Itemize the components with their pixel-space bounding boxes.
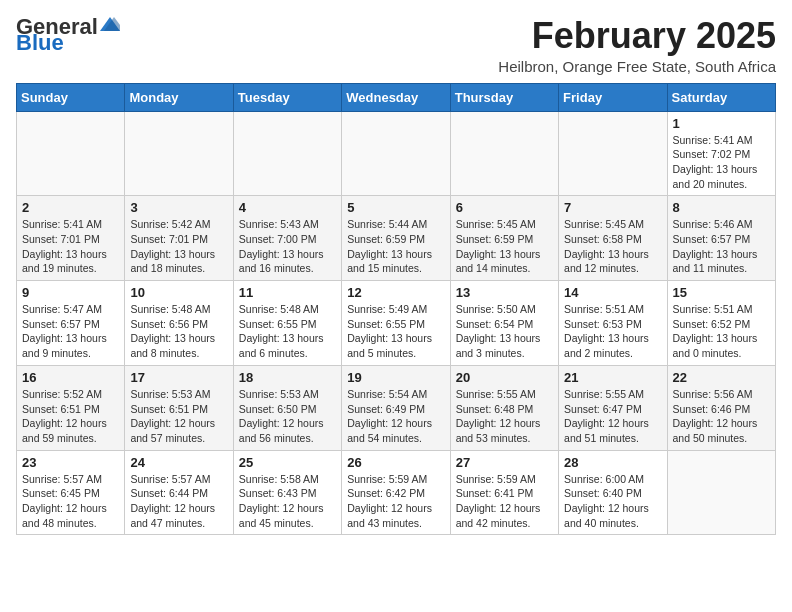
day-number: 16	[22, 370, 119, 385]
calendar-cell: 5Sunrise: 5:44 AM Sunset: 6:59 PM Daylig…	[342, 196, 450, 281]
day-number: 9	[22, 285, 119, 300]
day-number: 12	[347, 285, 444, 300]
day-info: Sunrise: 5:52 AM Sunset: 6:51 PM Dayligh…	[22, 387, 119, 446]
weekday-header-monday: Monday	[125, 83, 233, 111]
calendar-week-row: 23Sunrise: 5:57 AM Sunset: 6:45 PM Dayli…	[17, 450, 776, 535]
calendar-cell: 14Sunrise: 5:51 AM Sunset: 6:53 PM Dayli…	[559, 281, 667, 366]
weekday-header-sunday: Sunday	[17, 83, 125, 111]
calendar-cell: 22Sunrise: 5:56 AM Sunset: 6:46 PM Dayli…	[667, 365, 775, 450]
day-number: 22	[673, 370, 770, 385]
day-number: 7	[564, 200, 661, 215]
calendar-cell: 13Sunrise: 5:50 AM Sunset: 6:54 PM Dayli…	[450, 281, 558, 366]
calendar-cell: 24Sunrise: 5:57 AM Sunset: 6:44 PM Dayli…	[125, 450, 233, 535]
title-block: February 2025 Heilbron, Orange Free Stat…	[498, 16, 776, 75]
day-info: Sunrise: 5:53 AM Sunset: 6:51 PM Dayligh…	[130, 387, 227, 446]
day-number: 20	[456, 370, 553, 385]
weekday-header-saturday: Saturday	[667, 83, 775, 111]
calendar-cell	[559, 111, 667, 196]
location-text: Heilbron, Orange Free State, South Afric…	[498, 58, 776, 75]
weekday-header-friday: Friday	[559, 83, 667, 111]
calendar-week-row: 9Sunrise: 5:47 AM Sunset: 6:57 PM Daylig…	[17, 281, 776, 366]
month-title: February 2025	[498, 16, 776, 56]
day-info: Sunrise: 5:53 AM Sunset: 6:50 PM Dayligh…	[239, 387, 336, 446]
day-info: Sunrise: 5:44 AM Sunset: 6:59 PM Dayligh…	[347, 217, 444, 276]
calendar-cell	[125, 111, 233, 196]
day-number: 17	[130, 370, 227, 385]
day-number: 8	[673, 200, 770, 215]
day-info: Sunrise: 5:55 AM Sunset: 6:48 PM Dayligh…	[456, 387, 553, 446]
logo-blue-text: Blue	[16, 32, 64, 54]
day-number: 5	[347, 200, 444, 215]
calendar-week-row: 1Sunrise: 5:41 AM Sunset: 7:02 PM Daylig…	[17, 111, 776, 196]
calendar-cell: 25Sunrise: 5:58 AM Sunset: 6:43 PM Dayli…	[233, 450, 341, 535]
calendar-cell: 21Sunrise: 5:55 AM Sunset: 6:47 PM Dayli…	[559, 365, 667, 450]
calendar-table: SundayMondayTuesdayWednesdayThursdayFrid…	[16, 83, 776, 536]
calendar-cell: 28Sunrise: 6:00 AM Sunset: 6:40 PM Dayli…	[559, 450, 667, 535]
day-number: 19	[347, 370, 444, 385]
day-number: 3	[130, 200, 227, 215]
logo: General Blue	[16, 16, 120, 54]
calendar-cell: 12Sunrise: 5:49 AM Sunset: 6:55 PM Dayli…	[342, 281, 450, 366]
calendar-cell: 26Sunrise: 5:59 AM Sunset: 6:42 PM Dayli…	[342, 450, 450, 535]
calendar-cell: 2Sunrise: 5:41 AM Sunset: 7:01 PM Daylig…	[17, 196, 125, 281]
weekday-header-row: SundayMondayTuesdayWednesdayThursdayFrid…	[17, 83, 776, 111]
day-number: 15	[673, 285, 770, 300]
day-number: 6	[456, 200, 553, 215]
page-header: General Blue February 2025 Heilbron, Ora…	[16, 16, 776, 75]
day-number: 4	[239, 200, 336, 215]
calendar-week-row: 2Sunrise: 5:41 AM Sunset: 7:01 PM Daylig…	[17, 196, 776, 281]
day-info: Sunrise: 6:00 AM Sunset: 6:40 PM Dayligh…	[564, 472, 661, 531]
day-number: 27	[456, 455, 553, 470]
calendar-cell: 16Sunrise: 5:52 AM Sunset: 6:51 PM Dayli…	[17, 365, 125, 450]
day-info: Sunrise: 5:47 AM Sunset: 6:57 PM Dayligh…	[22, 302, 119, 361]
day-number: 13	[456, 285, 553, 300]
day-info: Sunrise: 5:56 AM Sunset: 6:46 PM Dayligh…	[673, 387, 770, 446]
calendar-cell: 11Sunrise: 5:48 AM Sunset: 6:55 PM Dayli…	[233, 281, 341, 366]
day-info: Sunrise: 5:55 AM Sunset: 6:47 PM Dayligh…	[564, 387, 661, 446]
logo-icon	[100, 17, 120, 33]
day-info: Sunrise: 5:57 AM Sunset: 6:45 PM Dayligh…	[22, 472, 119, 531]
day-info: Sunrise: 5:41 AM Sunset: 7:02 PM Dayligh…	[673, 133, 770, 192]
day-info: Sunrise: 5:59 AM Sunset: 6:42 PM Dayligh…	[347, 472, 444, 531]
day-info: Sunrise: 5:57 AM Sunset: 6:44 PM Dayligh…	[130, 472, 227, 531]
day-number: 1	[673, 116, 770, 131]
calendar-cell: 19Sunrise: 5:54 AM Sunset: 6:49 PM Dayli…	[342, 365, 450, 450]
calendar-cell: 4Sunrise: 5:43 AM Sunset: 7:00 PM Daylig…	[233, 196, 341, 281]
day-info: Sunrise: 5:51 AM Sunset: 6:52 PM Dayligh…	[673, 302, 770, 361]
day-number: 25	[239, 455, 336, 470]
day-number: 14	[564, 285, 661, 300]
day-number: 10	[130, 285, 227, 300]
day-number: 23	[22, 455, 119, 470]
calendar-cell: 23Sunrise: 5:57 AM Sunset: 6:45 PM Dayli…	[17, 450, 125, 535]
day-number: 18	[239, 370, 336, 385]
weekday-header-tuesday: Tuesday	[233, 83, 341, 111]
calendar-cell	[667, 450, 775, 535]
calendar-cell: 9Sunrise: 5:47 AM Sunset: 6:57 PM Daylig…	[17, 281, 125, 366]
day-info: Sunrise: 5:45 AM Sunset: 6:58 PM Dayligh…	[564, 217, 661, 276]
day-info: Sunrise: 5:48 AM Sunset: 6:56 PM Dayligh…	[130, 302, 227, 361]
day-info: Sunrise: 5:46 AM Sunset: 6:57 PM Dayligh…	[673, 217, 770, 276]
calendar-cell: 15Sunrise: 5:51 AM Sunset: 6:52 PM Dayli…	[667, 281, 775, 366]
day-info: Sunrise: 5:58 AM Sunset: 6:43 PM Dayligh…	[239, 472, 336, 531]
calendar-cell: 1Sunrise: 5:41 AM Sunset: 7:02 PM Daylig…	[667, 111, 775, 196]
calendar-cell: 10Sunrise: 5:48 AM Sunset: 6:56 PM Dayli…	[125, 281, 233, 366]
weekday-header-wednesday: Wednesday	[342, 83, 450, 111]
day-number: 28	[564, 455, 661, 470]
calendar-cell: 7Sunrise: 5:45 AM Sunset: 6:58 PM Daylig…	[559, 196, 667, 281]
calendar-cell: 8Sunrise: 5:46 AM Sunset: 6:57 PM Daylig…	[667, 196, 775, 281]
day-info: Sunrise: 5:43 AM Sunset: 7:00 PM Dayligh…	[239, 217, 336, 276]
calendar-cell	[450, 111, 558, 196]
calendar-cell: 6Sunrise: 5:45 AM Sunset: 6:59 PM Daylig…	[450, 196, 558, 281]
calendar-week-row: 16Sunrise: 5:52 AM Sunset: 6:51 PM Dayli…	[17, 365, 776, 450]
calendar-cell: 27Sunrise: 5:59 AM Sunset: 6:41 PM Dayli…	[450, 450, 558, 535]
calendar-cell	[17, 111, 125, 196]
day-number: 11	[239, 285, 336, 300]
day-info: Sunrise: 5:48 AM Sunset: 6:55 PM Dayligh…	[239, 302, 336, 361]
day-info: Sunrise: 5:50 AM Sunset: 6:54 PM Dayligh…	[456, 302, 553, 361]
calendar-cell: 18Sunrise: 5:53 AM Sunset: 6:50 PM Dayli…	[233, 365, 341, 450]
day-number: 26	[347, 455, 444, 470]
day-info: Sunrise: 5:51 AM Sunset: 6:53 PM Dayligh…	[564, 302, 661, 361]
day-info: Sunrise: 5:45 AM Sunset: 6:59 PM Dayligh…	[456, 217, 553, 276]
weekday-header-thursday: Thursday	[450, 83, 558, 111]
day-number: 2	[22, 200, 119, 215]
